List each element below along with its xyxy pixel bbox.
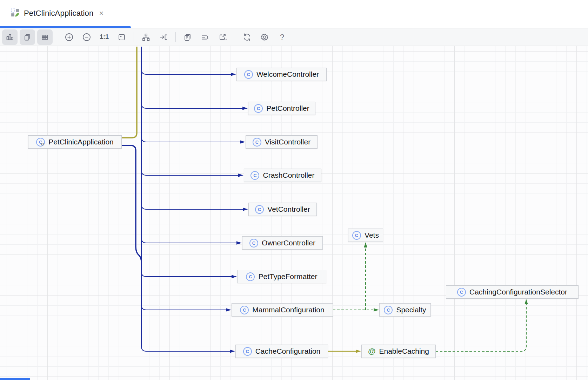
notes-icon <box>183 33 192 42</box>
node-label: VisitController <box>265 138 310 146</box>
fit-content-button[interactable] <box>114 29 129 45</box>
tab-petclinicapplication[interactable]: PetClinicApplication × <box>6 0 110 27</box>
node-label: VetController <box>267 205 310 213</box>
node-label: Specialty <box>396 306 426 314</box>
class-icon: C <box>246 272 255 281</box>
node-label: MammalConfiguration <box>252 306 324 314</box>
class-icon: C <box>244 70 253 79</box>
edge-to-welcomecontroller[interactable] <box>141 69 232 74</box>
node-welcomecontroller[interactable]: CWelcomeController <box>236 68 327 81</box>
node-label: PetClinicApplication <box>48 138 114 146</box>
node-petcontroller[interactable]: CPetController <box>248 102 315 115</box>
edge-petclinicapplication-out-blue[interactable] <box>122 145 141 262</box>
hierarchic-layout-button[interactable] <box>138 29 154 45</box>
notes-button[interactable] <box>180 29 195 45</box>
node-label: CacheConfiguration <box>255 347 321 355</box>
toolbar-separator <box>175 32 176 42</box>
help-button[interactable]: ? <box>274 29 290 45</box>
route-edges-icon <box>159 33 168 42</box>
edge-to-mammalconfiguration[interactable] <box>141 305 227 310</box>
node-ownercontroller[interactable]: COwnerController <box>242 236 323 250</box>
application-overlay-icon <box>41 143 44 145</box>
edge-arrowhead-to-crashcontroller <box>238 174 243 177</box>
node-label: PetController <box>266 104 309 113</box>
actual-size-button[interactable]: 1:1 <box>96 29 112 45</box>
export-button[interactable] <box>215 29 230 45</box>
help-label: ? <box>280 33 284 42</box>
class-icon: C <box>36 138 45 147</box>
edge-to-petcontroller[interactable] <box>141 103 243 108</box>
gear-icon <box>260 32 269 42</box>
node-pettypeformatter[interactable]: CPetTypeFormatter <box>237 270 326 283</box>
node-visitcontroller[interactable]: CVisitController <box>246 135 318 149</box>
node-vets[interactable]: CVets <box>348 229 383 242</box>
class-icon: C <box>457 288 466 297</box>
tab-close-icon[interactable]: × <box>98 9 105 18</box>
class-icon: C <box>250 171 259 180</box>
hierarchic-layout-icon <box>141 33 151 42</box>
tab-title: PetClinicApplication <box>24 9 93 18</box>
edge-enablecaching-to-cachingconfigurationselector[interactable] <box>436 304 526 351</box>
node-label: OwnerController <box>262 239 315 247</box>
settings-button[interactable] <box>257 29 272 45</box>
class-icon: C <box>240 306 249 314</box>
edge-arrowhead-to-petcontroller <box>242 107 248 110</box>
toolbar-separator <box>134 32 134 42</box>
class-icon: C <box>352 231 361 240</box>
edge-to-visitcontroller[interactable] <box>141 137 241 142</box>
edge-trunk-to-cacheconfiguration[interactable] <box>141 47 230 351</box>
edge-to-crashcontroller[interactable] <box>141 170 239 175</box>
zoom-out-button[interactable] <box>79 29 94 45</box>
node-cachingconfigurationselector[interactable]: CCachingConfigurationSelector <box>446 285 579 299</box>
diagram-tab-icon <box>11 8 20 19</box>
edge-to-vetcontroller[interactable] <box>141 204 243 209</box>
class-icon: C <box>253 138 261 147</box>
copy-icon <box>23 33 32 42</box>
node-label: CachingConfigurationSelector <box>469 288 567 296</box>
edge-to-ownercontroller[interactable] <box>141 238 237 243</box>
node-vetcontroller[interactable]: CVetController <box>248 203 317 216</box>
zoom-in-button[interactable] <box>61 29 77 45</box>
toolbar-separator <box>235 32 235 42</box>
diagram-toolbar: 1:1 <box>0 28 588 46</box>
node-crashcontroller[interactable]: CCrashController <box>244 169 321 182</box>
route-edges-button[interactable] <box>156 29 171 45</box>
node-enablecaching[interactable]: @EnableCaching <box>361 345 436 358</box>
edge-arrowhead-to-vetcontroller <box>243 208 248 211</box>
node-mammalconfiguration[interactable]: CMammalConfiguration <box>232 303 333 317</box>
edge-arrowhead-mammalconfiguration-to-specialty <box>374 308 379 312</box>
export-icon <box>218 33 227 42</box>
fit-content-icon <box>117 33 126 42</box>
class-icon: C <box>249 239 258 247</box>
edge-arrowhead-enablecaching-to-cachingconfigurationselector <box>524 299 528 304</box>
filmstrip-button[interactable] <box>37 29 53 45</box>
refresh-button[interactable] <box>239 29 255 45</box>
class-icon: C <box>384 306 393 314</box>
list-cursor-icon <box>201 33 210 42</box>
edge-arrowhead-trunk-to-cacheconfiguration <box>230 350 235 353</box>
node-cacheconfiguration[interactable]: CCacheConfiguration <box>235 345 328 358</box>
column-chart-button[interactable] <box>2 29 18 45</box>
edge-arrowhead-to-mammalconfiguration <box>226 308 231 312</box>
edge-petclinicapplication-out-olive[interactable] <box>122 47 137 138</box>
node-petclinicapplication[interactable]: CPetClinicApplication <box>28 135 122 149</box>
edge-arrowhead-to-ownercontroller <box>236 241 242 245</box>
copy-button[interactable] <box>20 29 35 45</box>
zoom-out-icon <box>82 32 92 42</box>
horizontal-scrollbar-thumb[interactable] <box>0 378 30 380</box>
toolbar-separator <box>57 32 57 42</box>
diagram-canvas[interactable]: CPetClinicApplicationCWelcomeControllerC… <box>0 46 588 380</box>
node-label: Vets <box>365 231 379 239</box>
class-icon: C <box>243 347 252 356</box>
class-icon: C <box>255 205 264 214</box>
edge-to-pettypeformatter[interactable] <box>141 272 232 277</box>
filmstrip-icon <box>40 33 49 42</box>
list-cursor-button[interactable] <box>198 29 213 45</box>
node-specialty[interactable]: CSpecialty <box>379 303 431 317</box>
edge-arrowhead-to-pettypeformatter <box>232 275 237 278</box>
node-label: WelcomeController <box>256 70 319 79</box>
edge-arrowhead-to-visitcontroller <box>240 140 245 144</box>
node-label: CrashController <box>263 171 314 179</box>
zoom-in-icon <box>64 32 74 42</box>
class-icon: C <box>254 104 263 113</box>
